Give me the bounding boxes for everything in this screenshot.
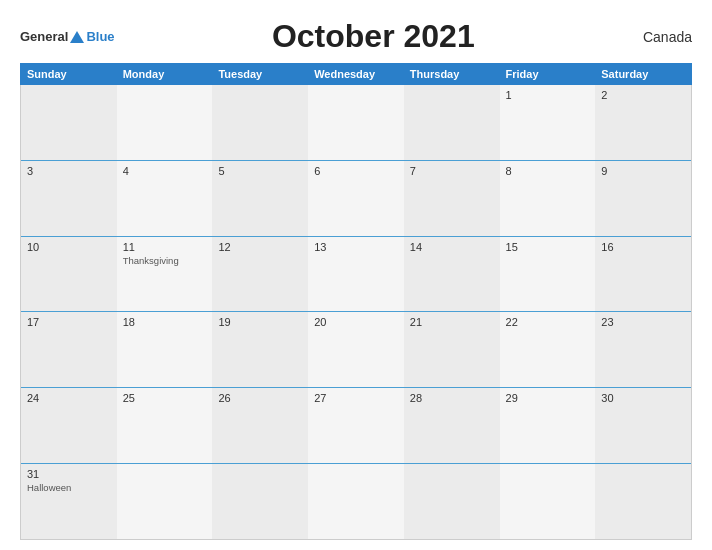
calendar-cell: 24 (21, 388, 117, 463)
day-number: 8 (506, 165, 590, 177)
calendar-cell: 26 (212, 388, 308, 463)
calendar-cell (212, 464, 308, 539)
calendar-cell: 20 (308, 312, 404, 387)
calendar-cell (212, 85, 308, 160)
calendar-cell (595, 464, 691, 539)
calendar-row-3: 17181920212223 (21, 312, 691, 388)
calendar-cell: 9 (595, 161, 691, 236)
day-number: 2 (601, 89, 685, 101)
day-number: 23 (601, 316, 685, 328)
day-event: Thanksgiving (123, 255, 207, 266)
day-of-week-saturday: Saturday (595, 64, 691, 84)
calendar-row-1: 3456789 (21, 161, 691, 237)
calendar-cell: 14 (404, 237, 500, 312)
calendar-cell: 22 (500, 312, 596, 387)
day-number: 15 (506, 241, 590, 253)
day-number: 26 (218, 392, 302, 404)
day-number: 22 (506, 316, 590, 328)
day-number: 25 (123, 392, 207, 404)
calendar-cell: 27 (308, 388, 404, 463)
day-number: 3 (27, 165, 111, 177)
calendar-cell: 5 (212, 161, 308, 236)
day-number: 11 (123, 241, 207, 253)
day-number: 24 (27, 392, 111, 404)
calendar-cell: 8 (500, 161, 596, 236)
day-of-week-friday: Friday (500, 64, 596, 84)
calendar-body: 1234567891011Thanksgiving121314151617181… (20, 85, 692, 540)
calendar-cell: 7 (404, 161, 500, 236)
calendar-cell: 18 (117, 312, 213, 387)
calendar-cell (21, 85, 117, 160)
day-number: 31 (27, 468, 111, 480)
logo: General Blue (20, 29, 115, 44)
calendar-cell (500, 464, 596, 539)
day-of-week-monday: Monday (117, 64, 213, 84)
day-number: 19 (218, 316, 302, 328)
day-number: 12 (218, 241, 302, 253)
calendar-cell: 21 (404, 312, 500, 387)
calendar-row-4: 24252627282930 (21, 388, 691, 464)
calendar-header: SundayMondayTuesdayWednesdayThursdayFrid… (20, 63, 692, 85)
calendar-cell: 16 (595, 237, 691, 312)
header: General Blue October 2021 Canada (20, 18, 692, 55)
calendar-cell: 10 (21, 237, 117, 312)
day-number: 27 (314, 392, 398, 404)
day-event: Halloween (27, 482, 111, 493)
calendar-cell (308, 464, 404, 539)
day-number: 6 (314, 165, 398, 177)
calendar-title: October 2021 (115, 18, 632, 55)
day-number: 9 (601, 165, 685, 177)
calendar: SundayMondayTuesdayWednesdayThursdayFrid… (20, 63, 692, 540)
calendar-cell: 3 (21, 161, 117, 236)
calendar-row-0: 12 (21, 85, 691, 161)
day-number: 4 (123, 165, 207, 177)
day-of-week-wednesday: Wednesday (308, 64, 404, 84)
calendar-cell: 25 (117, 388, 213, 463)
calendar-cell: 4 (117, 161, 213, 236)
day-number: 13 (314, 241, 398, 253)
day-of-week-tuesday: Tuesday (212, 64, 308, 84)
calendar-cell (404, 85, 500, 160)
country-label: Canada (632, 29, 692, 45)
calendar-cell (404, 464, 500, 539)
day-number: 30 (601, 392, 685, 404)
day-number: 21 (410, 316, 494, 328)
day-number: 18 (123, 316, 207, 328)
calendar-cell (117, 85, 213, 160)
day-of-week-sunday: Sunday (21, 64, 117, 84)
calendar-cell: 29 (500, 388, 596, 463)
calendar-cell: 19 (212, 312, 308, 387)
day-number: 10 (27, 241, 111, 253)
calendar-cell: 2 (595, 85, 691, 160)
calendar-cell: 30 (595, 388, 691, 463)
day-number: 1 (506, 89, 590, 101)
calendar-cell (117, 464, 213, 539)
calendar-cell: 1 (500, 85, 596, 160)
day-number: 20 (314, 316, 398, 328)
day-number: 7 (410, 165, 494, 177)
calendar-cell (308, 85, 404, 160)
day-number: 16 (601, 241, 685, 253)
calendar-cell: 31Halloween (21, 464, 117, 539)
calendar-cell: 17 (21, 312, 117, 387)
day-number: 29 (506, 392, 590, 404)
calendar-row-2: 1011Thanksgiving1213141516 (21, 237, 691, 313)
calendar-row-5: 31Halloween (21, 464, 691, 539)
logo-blue-text: Blue (86, 29, 114, 44)
day-number: 17 (27, 316, 111, 328)
calendar-cell: 11Thanksgiving (117, 237, 213, 312)
calendar-cell: 13 (308, 237, 404, 312)
calendar-cell: 12 (212, 237, 308, 312)
calendar-cell: 23 (595, 312, 691, 387)
page: General Blue October 2021 Canada SundayM… (0, 0, 712, 550)
day-number: 5 (218, 165, 302, 177)
logo-general-text: General (20, 29, 68, 44)
day-number: 28 (410, 392, 494, 404)
calendar-cell: 6 (308, 161, 404, 236)
day-number: 14 (410, 241, 494, 253)
calendar-cell: 15 (500, 237, 596, 312)
day-of-week-thursday: Thursday (404, 64, 500, 84)
logo-triangle-icon (70, 31, 84, 43)
calendar-cell: 28 (404, 388, 500, 463)
